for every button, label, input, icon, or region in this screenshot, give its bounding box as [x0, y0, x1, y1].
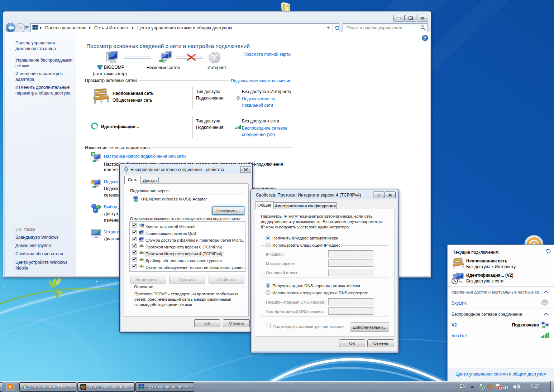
svg-text:?: ?: [378, 193, 380, 197]
svg-text:?: ?: [424, 35, 426, 41]
